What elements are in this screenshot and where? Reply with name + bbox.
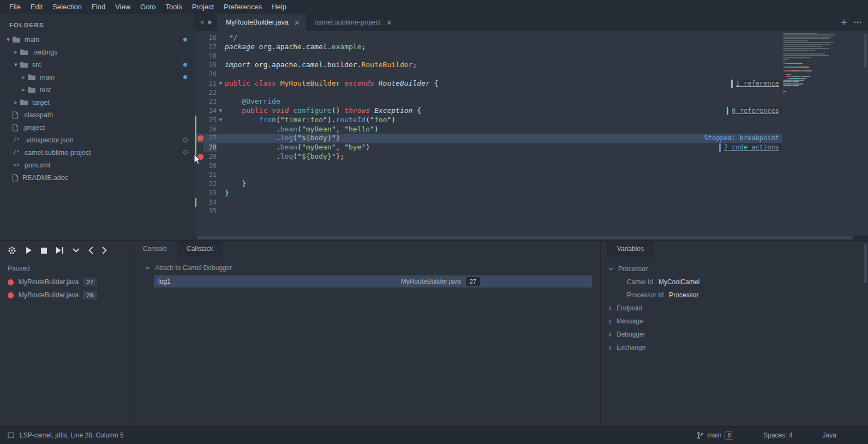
- sidebar-item-main[interactable]: ▼main: [0, 33, 195, 46]
- code-line-33[interactable]: 33}: [195, 189, 782, 198]
- syntax-status[interactable]: Java: [823, 431, 836, 439]
- tab-scroll-left-icon[interactable]: [199, 20, 204, 25]
- sidebar-item-classpath[interactable]: .classpath: [0, 109, 195, 121]
- horizontal-scrollbar-thumb[interactable]: [196, 236, 853, 239]
- new-tab-icon[interactable]: [841, 19, 847, 26]
- variable-row-exchange[interactable]: Exchange: [601, 341, 868, 354]
- menu-item-project[interactable]: Project: [187, 0, 219, 14]
- code-line-25[interactable]: 25▼ from("timer:foo").routeId("foo"): [195, 116, 782, 125]
- code-line-26[interactable]: 26 .bean("myBean", "hello"): [195, 125, 782, 134]
- sidebar-item-pom-xml[interactable]: <>pom.xml: [0, 159, 195, 171]
- line-number: 34: [203, 198, 217, 207]
- menu-item-edit[interactable]: Edit: [26, 0, 47, 14]
- sidebar-item-main[interactable]: ▶main: [0, 71, 195, 83]
- sidebar-item-readme-adoc[interactable]: README.adoc: [0, 171, 195, 184]
- code-line-21[interactable]: 21▼public class MyRouteBuilder extends R…: [195, 79, 782, 88]
- breakpoint-slot: [197, 53, 203, 59]
- code-line-35[interactable]: 35: [195, 207, 782, 216]
- gutter: 31: [195, 170, 225, 179]
- code-line-23[interactable]: 23 @Override: [195, 97, 782, 106]
- sidebar-item-settings[interactable]: ▶.settings: [0, 46, 195, 58]
- indentation-status[interactable]: Spaces: 4: [763, 431, 792, 439]
- variable-row-endpoint[interactable]: Endpoint: [601, 302, 868, 315]
- thread-header[interactable]: Attach to Camel Debugger: [133, 257, 600, 275]
- tab-variables[interactable]: Variables: [607, 241, 654, 257]
- code-line-16[interactable]: 16 */: [195, 33, 782, 43]
- variable-child-row[interactable]: Camel IdMyCoolCamel: [601, 275, 868, 289]
- annotation-action[interactable]: 7 code actions: [719, 143, 782, 152]
- minimap-line: [783, 70, 855, 71]
- code-line-27[interactable]: 27 .log("${body}")Stopped: breakpoint: [195, 134, 782, 143]
- minimap[interactable]: [783, 33, 855, 98]
- sidebar-item-test[interactable]: ▶test: [0, 83, 195, 96]
- code-line-20[interactable]: 20: [195, 70, 782, 79]
- step-over-button[interactable]: [56, 247, 64, 254]
- folder-icon: [12, 36, 21, 43]
- menu-item-tools[interactable]: Tools: [160, 0, 187, 14]
- diff-slot: [195, 88, 196, 98]
- tab-myroutebuilder-java[interactable]: MyRouteBuilder.java: [217, 14, 306, 31]
- sidebar-item-vimspector-json[interactable]: /*.vimspector.json: [0, 134, 195, 146]
- menu-item-view[interactable]: View: [110, 0, 135, 14]
- variable-child-row[interactable]: Processor IdProcessor: [601, 289, 868, 302]
- menu-item-find[interactable]: Find: [87, 0, 110, 14]
- menu-item-preferences[interactable]: Preferences: [219, 0, 267, 14]
- code-line-22[interactable]: 22: [195, 88, 782, 98]
- tab-scroll-right-icon[interactable]: [208, 20, 213, 25]
- expand-button[interactable]: [73, 248, 80, 253]
- fold-arrow-icon[interactable]: ▼: [217, 106, 225, 116]
- git-status[interactable]: main 8: [697, 431, 733, 440]
- menu-item-file[interactable]: File: [4, 0, 26, 14]
- overflow-menu-icon[interactable]: [854, 21, 861, 23]
- fold-arrow-icon[interactable]: ▼: [217, 116, 225, 125]
- breakpoint-icon[interactable]: [197, 154, 203, 160]
- fold-arrow-icon[interactable]: ▼: [217, 79, 225, 88]
- close-icon[interactable]: [387, 20, 392, 25]
- sidebar-item-target[interactable]: ▶target: [0, 96, 195, 109]
- code-line-19[interactable]: 19import org.apache.camel.builder.RouteB…: [195, 61, 782, 70]
- play-button[interactable]: [25, 247, 32, 254]
- settings-button[interactable]: [8, 246, 16, 255]
- chevron-right-icon: ▶: [20, 88, 27, 92]
- panel-toggle-icon[interactable]: [8, 432, 14, 439]
- panel-vertical-scrollbar[interactable]: [864, 244, 867, 283]
- tab-callstack[interactable]: Callstack: [177, 241, 223, 257]
- code-line-34[interactable]: 34: [195, 198, 782, 207]
- forward-button[interactable]: [102, 247, 107, 254]
- sidebar-item-src[interactable]: ▼src: [0, 58, 195, 71]
- breakpoint-row[interactable]: MyRouteBuilder.java29: [0, 289, 133, 302]
- sidebar: FOLDERS ▼main▶.settings▼src▶main▶test▶ta…: [0, 14, 195, 240]
- annotation-ref[interactable]: 1 reference: [731, 80, 782, 88]
- tab-console[interactable]: Console: [133, 241, 177, 257]
- back-button[interactable]: [88, 247, 93, 254]
- tab-camel-sublime-project[interactable]: camel.sublime-project: [306, 14, 399, 31]
- statusbar-left: LSP-camel, jdtls, Line 28, Column 5: [8, 431, 124, 439]
- breakpoint-row[interactable]: MyRouteBuilder.java27: [0, 275, 133, 289]
- code-line-30[interactable]: 30: [195, 161, 782, 171]
- variable-name: Processor: [618, 265, 648, 273]
- sidebar-item-label: src: [32, 61, 41, 69]
- code-line-18[interactable]: 18: [195, 52, 782, 61]
- code-line-31[interactable]: 31: [195, 170, 782, 179]
- stop-button[interactable]: [41, 248, 47, 254]
- breakpoint-icon[interactable]: [197, 135, 203, 141]
- code-line-32[interactable]: 32 }: [195, 179, 782, 189]
- code-line-24[interactable]: 24▼ public void configure() throws Excep…: [195, 106, 782, 116]
- sidebar-item-camel-sublime-project[interactable]: /*camel.sublime-project: [0, 146, 195, 159]
- code-line-17[interactable]: 17package org.apache.camel.example;: [195, 43, 782, 52]
- menu-item-selection[interactable]: Selection: [47, 0, 86, 14]
- variable-row-debugger[interactable]: Debugger: [601, 328, 868, 341]
- stack-frame-row[interactable]: log1MyRouteBuilder.java27: [154, 275, 592, 287]
- editor-vertical-scrollbar[interactable]: [864, 34, 867, 68]
- menu-item-help[interactable]: Help: [267, 0, 291, 14]
- horizontal-scrollbar[interactable]: [195, 236, 868, 240]
- menu-item-goto[interactable]: Goto: [135, 0, 160, 14]
- variable-row-processor[interactable]: Processor: [601, 262, 868, 275]
- variable-row-message[interactable]: Message: [601, 315, 868, 328]
- editor[interactable]: 16 */17package org.apache.camel.example;…: [195, 31, 868, 236]
- close-icon[interactable]: [295, 20, 300, 25]
- code-line-29[interactable]: 29 .log("${body}");: [195, 152, 782, 161]
- sidebar-item-project[interactable]: .project: [0, 121, 195, 134]
- code-line-28[interactable]: 28 .bean("myBean", "bye")7 code actions: [195, 143, 782, 152]
- annotation-ref[interactable]: 0 references: [727, 107, 782, 115]
